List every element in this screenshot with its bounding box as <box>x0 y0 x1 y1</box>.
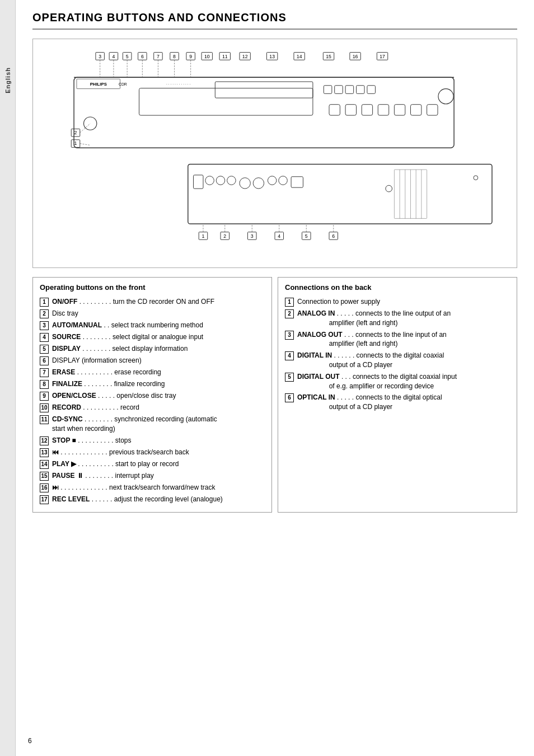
svg-text:3: 3 <box>251 233 254 239</box>
list-item: 1 Connection to power supply <box>285 297 510 307</box>
list-item: 8 FINALIZE . . . . . . . . finalize reco… <box>40 379 265 389</box>
list-item: 17 REC LEVEL . . . . . . adjust the reco… <box>40 495 265 504</box>
svg-text:5: 5 <box>126 54 129 59</box>
svg-text:2: 2 <box>74 130 77 135</box>
list-item: 4 DIGITAL IN . . . . . . connects to the… <box>285 351 510 370</box>
list-item: 12 STOP ■ . . . . . . . . . . stops <box>40 436 265 445</box>
item-label: ANALOG IN <box>297 309 335 317</box>
svg-text:1: 1 <box>74 140 77 146</box>
item-label: STOP ■ <box>52 436 76 444</box>
svg-rect-18 <box>411 105 421 115</box>
list-item: 6 OPTICAL IN . . . . . connects to the d… <box>285 393 510 412</box>
item-number: 8 <box>40 380 49 389</box>
svg-rect-71 <box>194 175 203 189</box>
list-item: 16 ⏭ . . . . . . . . . . . . . next trac… <box>40 483 265 492</box>
item-desc: turn the CD recorder ON and OFF <box>113 298 214 306</box>
item-label: PAUSE ⏸ <box>52 472 83 480</box>
svg-text:16: 16 <box>353 54 358 59</box>
sidebar-label: English <box>4 67 11 93</box>
list-item: 5 DISPLAY . . . . . . . . select display… <box>40 344 265 354</box>
svg-rect-19 <box>427 105 438 115</box>
svg-rect-2 <box>139 88 313 116</box>
front-buttons-section: Operating buttons on the front 1 ON/OFF … <box>32 277 272 513</box>
svg-rect-0 <box>74 77 454 148</box>
list-item: 14 PLAY ▶ . . . . . . . . . . start to p… <box>40 459 265 469</box>
svg-point-67 <box>240 178 250 189</box>
item-number: 13 <box>40 448 49 457</box>
sidebar: English <box>0 0 16 756</box>
list-item: 13 ⏮ . . . . . . . . . . . . . previous … <box>40 448 265 457</box>
item-number: 1 <box>40 298 49 307</box>
front-header: Operating buttons on the front <box>40 283 265 292</box>
svg-rect-10 <box>345 86 354 94</box>
svg-text:10: 10 <box>204 54 210 59</box>
item-number: 14 <box>40 460 49 469</box>
svg-text:PHILIPS: PHILIPS <box>90 82 107 87</box>
svg-rect-72 <box>291 177 303 187</box>
svg-rect-13 <box>329 105 340 115</box>
svg-point-69 <box>268 176 277 185</box>
svg-text:5: 5 <box>305 233 308 239</box>
list-item: 6 DISPLAY (information screen) <box>40 356 265 365</box>
svg-text:3: 3 <box>99 54 101 59</box>
svg-rect-17 <box>394 105 405 115</box>
item-number: 7 <box>40 368 49 377</box>
svg-text:15: 15 <box>326 54 331 59</box>
list-item: 1 ON/OFF . . . . . . . . . turn the CD r… <box>40 297 265 307</box>
item-label: RECORD <box>52 403 81 411</box>
svg-rect-14 <box>345 105 356 115</box>
list-item: 5 DIGITAL OUT . . . connects to the digi… <box>285 372 510 391</box>
svg-rect-9 <box>335 86 343 94</box>
item-number: 12 <box>40 436 49 445</box>
list-item: 7 ERASE . . . . . . . . . . erase record… <box>40 368 265 377</box>
item-number: 3 <box>40 321 49 330</box>
item-label: OPEN/CLOSE <box>52 392 96 400</box>
item-number: 11 <box>40 415 49 424</box>
item-number: 6 <box>40 356 49 365</box>
svg-text:6: 6 <box>332 233 335 239</box>
svg-text:13: 13 <box>269 54 275 59</box>
item-desc: DISPLAY (information screen) <box>52 356 265 365</box>
svg-rect-8 <box>324 86 332 94</box>
svg-text:8: 8 <box>173 54 176 59</box>
svg-text:11: 11 <box>222 54 228 59</box>
item-number: 4 <box>40 333 49 342</box>
list-item: 9 OPEN/CLOSE . . . . . open/close disc t… <box>40 391 265 401</box>
item-number: 15 <box>40 472 49 481</box>
item-desc: Connection to power supply <box>297 297 510 307</box>
item-number: 6 <box>285 393 294 402</box>
two-column-section: Operating buttons on the front 1 ON/OFF … <box>32 277 517 513</box>
svg-line-100 <box>80 144 90 145</box>
item-label: ANALOG OUT <box>297 331 343 339</box>
list-item: 11 CD-SYNC . . . . . . . . synchronized … <box>40 415 265 434</box>
svg-text:1: 1 <box>202 233 205 239</box>
list-item: 3 ANALOG OUT . . . connects to the line … <box>285 330 510 349</box>
svg-text:17: 17 <box>380 54 385 59</box>
svg-text:12: 12 <box>242 54 248 59</box>
page-number: 6 <box>28 737 32 745</box>
svg-text:CDR: CDR <box>119 82 127 86</box>
svg-point-20 <box>438 89 453 104</box>
svg-rect-11 <box>357 86 365 94</box>
svg-point-68 <box>253 178 264 189</box>
back-connections-section: Connections on the back 1 Connection to … <box>278 277 517 513</box>
item-label: ON/OFF <box>52 298 77 306</box>
back-header: Connections on the back <box>285 283 510 292</box>
item-number: 2 <box>40 309 49 318</box>
list-item: 2 ANALOG IN . . . . . connects to the li… <box>285 309 510 328</box>
item-label: PLAY ▶ <box>52 460 76 468</box>
item-label: OPTICAL IN <box>297 393 335 401</box>
svg-point-80 <box>474 176 478 180</box>
item-label: ⏭ <box>52 483 59 491</box>
list-item: 3 AUTO/MANUAL . . select track numbering… <box>40 321 265 330</box>
item-dots: . . . . . . . . . <box>77 298 113 306</box>
list-item: 2 Disc tray <box>40 309 265 318</box>
svg-rect-3 <box>215 82 313 98</box>
item-label: REC LEVEL <box>52 495 90 503</box>
main-content: OPERATING BUTTONS AND CONNECTIONS PHILIP… <box>16 0 534 524</box>
item-label: DIGITAL IN <box>297 351 332 359</box>
item-label: DIGITAL OUT <box>297 373 340 381</box>
item-number: 10 <box>40 403 49 412</box>
svg-text:14: 14 <box>297 54 302 59</box>
item-number: 17 <box>40 495 49 504</box>
